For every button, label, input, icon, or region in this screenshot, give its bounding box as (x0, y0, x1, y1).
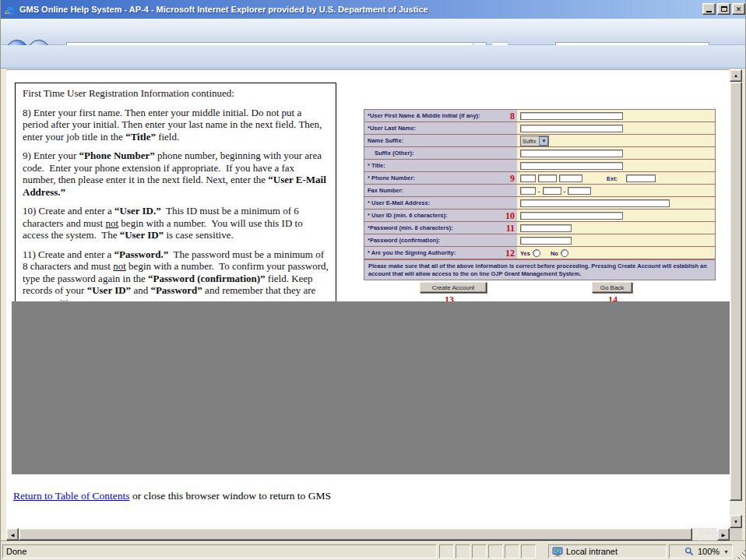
status-pane (505, 544, 519, 558)
form-field-label: Name Suffix: (368, 137, 403, 144)
minimize-button[interactable] (702, 3, 716, 15)
return-to-toc-link[interactable]: Return to Table of Contents (13, 490, 130, 502)
dash-separator: - (564, 188, 566, 195)
missing-image-placeholder (12, 301, 730, 474)
form-text-input[interactable] (520, 174, 536, 182)
maximize-icon (721, 6, 727, 12)
form-field-label: * Phone Number: (368, 174, 415, 181)
step-number: 10 (505, 210, 515, 221)
scroll-left-button[interactable]: ◀ (6, 528, 19, 541)
form-label-cell: Name Suffix: (364, 135, 517, 146)
resize-grip[interactable] (735, 549, 745, 559)
form-text-input[interactable] (559, 174, 582, 182)
form-value-cell: YesNo (517, 247, 715, 259)
ext-label: Ext: (607, 175, 618, 182)
form-value-cell: Ext: (517, 172, 715, 184)
zoom-dropdown[interactable]: ▼ (723, 549, 729, 555)
form-value-cell (517, 197, 715, 209)
vertical-scroll-thumb[interactable] (730, 82, 742, 501)
navigation-bar: ← → ▼ ▼ ↻ ✕ ▼ (1, 19, 746, 45)
form-value-cell (517, 110, 715, 122)
vertical-scrollbar[interactable]: ▲ ▼ (730, 69, 742, 528)
form-value-cell (517, 160, 715, 171)
chevron-down-icon: ▼ (539, 136, 548, 146)
create-account-button[interactable]: Create Account (420, 282, 487, 293)
radio-no-label: No (551, 250, 558, 257)
form-field-label: Suffix (Other): (375, 150, 413, 157)
form-value-cell (517, 147, 715, 159)
form-field-label: * User ID (min. 6 characters): (368, 212, 448, 219)
form-text-input[interactable] (568, 187, 591, 195)
zone-label: Local intranet (566, 547, 618, 556)
horizontal-scroll-thumb[interactable] (19, 528, 692, 541)
help-heading: First Time User Registration Information… (23, 87, 329, 100)
window-title: GMS Online Help System - AP-4 - Microsof… (19, 5, 428, 14)
registration-form-screenshot: *User First Name & Middle Initial (if an… (364, 109, 716, 280)
form-text-input[interactable] (520, 162, 623, 170)
form-label-cell: * User E-Mail Address: (364, 197, 517, 209)
page-content: First Time User Registration Information… (6, 69, 730, 528)
footer-line: Return to Table of Contents or close thi… (13, 490, 331, 502)
form-text-input[interactable] (520, 199, 670, 207)
form-row: Suffix (Other): (364, 147, 715, 160)
form-label-cell: * Title: (364, 160, 517, 171)
status-message-pane: Done (2, 544, 437, 558)
radio-no[interactable] (561, 249, 568, 257)
form-field-label: *User First Name & Middle Initial (if an… (368, 112, 480, 119)
radio-yes-label: Yes (520, 250, 530, 257)
form-row: * User ID (min. 6 characters):10 (364, 210, 715, 222)
form-text-input[interactable] (520, 187, 536, 195)
form-value-cell (517, 222, 715, 234)
form-label-cell: *Password (confirmation): (364, 234, 517, 246)
intranet-zone-icon (552, 547, 563, 557)
maximize-button[interactable] (717, 3, 730, 15)
form-text-input[interactable] (520, 224, 572, 232)
select-value: Suffix (523, 139, 536, 144)
close-button[interactable]: ✕ (732, 3, 745, 15)
scroll-down-button[interactable]: ▼ (730, 515, 742, 528)
zoom-magnifier-icon (684, 547, 694, 556)
name-suffix-select[interactable]: Suffix▼ (520, 136, 549, 146)
status-pane (472, 544, 487, 558)
status-bar: Done Local intranet 100% ▼ (1, 541, 746, 560)
window-controls: ✕ (702, 3, 745, 15)
help-paragraph-9: 9) Enter your “Phone Number” phone numbe… (23, 150, 329, 198)
form-text-input[interactable] (543, 187, 561, 195)
form-text-input[interactable] (520, 212, 623, 220)
radio-yes[interactable] (533, 249, 540, 257)
form-text-input[interactable] (520, 125, 623, 132)
title-bar: GMS Online Help System - AP-4 - Microsof… (1, 0, 746, 19)
help-paragraph-10: 10) Create and enter a “User ID.” This I… (23, 205, 329, 241)
minimize-icon (706, 11, 712, 12)
form-label-cell: * Are you the Signing Authority:12 (364, 247, 517, 259)
form-text-input[interactable] (520, 237, 572, 245)
form-value-cell (517, 234, 715, 246)
form-field-label: Fax Number: (368, 187, 403, 194)
form-field-label: *Password (min. 8 characters): (368, 224, 453, 231)
step-number: 8 (510, 111, 515, 122)
form-row: *Password (min. 8 characters):11 (364, 222, 715, 234)
step-number: 11 (506, 223, 515, 234)
form-field-label: *Password (confirmation): (368, 237, 440, 244)
tab-bar: ★ ★+ ▼ Grants.gov GMS Online Help System… (1, 45, 746, 69)
form-label-cell: Suffix (Other): (364, 147, 517, 159)
horizontal-scroll-track[interactable] (692, 528, 717, 541)
horizontal-scrollbar[interactable]: ◀ ▶ (6, 528, 730, 541)
form-text-input[interactable] (626, 174, 656, 182)
status-pane (439, 544, 454, 558)
ie-logo-icon (5, 4, 16, 16)
step-number: 9 (510, 173, 515, 184)
help-paragraph-8: 8) Enter your first name. Then enter you… (23, 107, 329, 143)
zoom-control-pane[interactable]: 100% ▼ (669, 544, 733, 558)
form-text-input[interactable] (520, 150, 623, 157)
form-text-input[interactable] (520, 112, 623, 120)
form-text-input[interactable] (538, 174, 557, 182)
form-field-label: * Are you the Signing Authority: (368, 249, 456, 256)
scroll-up-button[interactable]: ▲ (730, 69, 742, 82)
status-text: Done (6, 547, 26, 556)
form-value-cell: -- (517, 185, 715, 196)
go-back-button[interactable]: Go Back (592, 282, 632, 293)
step-number: 12 (505, 248, 515, 259)
scroll-right-button[interactable]: ▶ (717, 528, 730, 541)
vertical-scroll-track[interactable] (730, 501, 742, 515)
